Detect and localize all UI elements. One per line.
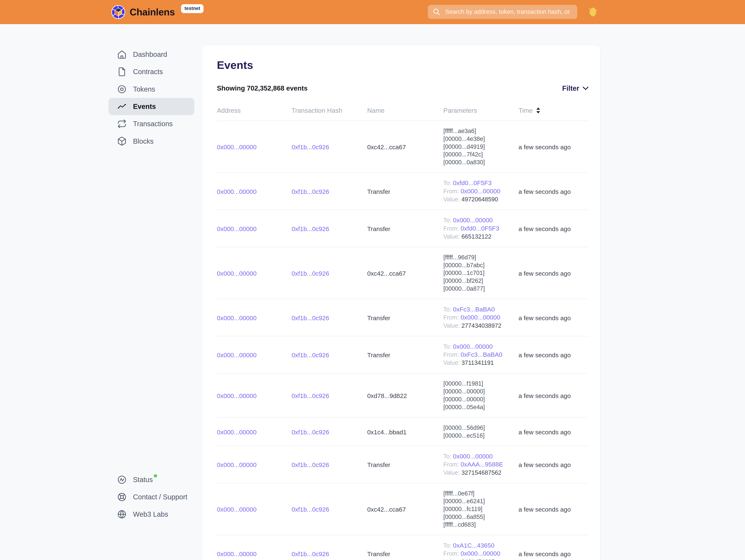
address-link[interactable]: 0x000...00000 [217,225,257,232]
transfer-details: To: 0xA1C...43650 From: 0x000...00000 Va… [443,541,518,560]
sidebar-item-status[interactable]: Status [108,471,194,488]
transfer-from-link[interactable]: 0x000...00000 [460,188,500,195]
to-label: To: [443,180,451,186]
event-name: 0xc42...cca67 [367,270,406,277]
tx-hash-link[interactable]: 0xf1b...0c926 [292,393,329,399]
address-link[interactable]: 0x000...00000 [217,188,257,195]
transfer-details: To: 0x000...00000 From: 0xAAA...9588E Va… [443,452,518,477]
address-link[interactable]: 0x000...00000 [217,461,257,468]
events-count-summary: Showing 702,352,868 events [217,85,307,92]
sidebar-item-dashboard[interactable]: Dashboard [108,46,194,63]
tx-hash-link[interactable]: 0xf1b...0c926 [292,429,329,436]
search-input[interactable] [444,8,573,16]
sidebar-item-tokens[interactable]: Tokens [108,81,194,98]
theme-toggle-button[interactable] [587,6,599,18]
parameter-line: [00000...56d96] [443,424,518,432]
transfer-to-link[interactable]: 0x000...00000 [453,217,493,224]
sidebar-item-blocks[interactable]: Blocks [108,132,194,150]
transfer-to-link[interactable]: 0xA1C...43650 [453,542,494,549]
transfer-value: 277434038972 [461,322,501,329]
event-name: Transfer [367,461,390,468]
table-header-row: Address Transaction Hash Name Parameters… [217,107,588,121]
event-name: Transfer [367,551,390,558]
chainlens-logo-icon [111,5,125,19]
from-label: From: [443,461,459,468]
sidebar-item-events[interactable]: Events [108,98,194,115]
chainlens-explorer-app: Chainlens testnet DashboardContr [0,0,745,560]
value-label: Value: [443,233,460,240]
transfer-from-link[interactable]: 0xfd0...0F5F3 [460,225,499,232]
parameter-line: [00000...0a877] [443,285,518,292]
sidebar-footer: StatusContact / SupportWeb3 Labs [108,471,194,523]
transfer-from-link[interactable]: 0xAAA...9588E [460,461,503,468]
repeat-icon [117,119,127,129]
transfer-from-link[interactable]: 0xFc3...BaBA0 [460,351,502,358]
tx-hash-link[interactable]: 0xf1b...0c926 [292,315,329,321]
to-label: To: [443,306,451,313]
global-search [428,5,577,19]
transfer-details: To: 0xfd0...0F5F3 From: 0x000...00000 Va… [443,179,518,203]
table-row: 0x000...000000xf1b...0c9260xd78...9d822[… [217,374,588,417]
address-link[interactable]: 0x000...00000 [217,315,257,321]
address-link[interactable]: 0x000...00000 [217,270,257,277]
sidebar-item-transactions[interactable]: Transactions [108,115,194,132]
transfer-from-link[interactable]: 0x000...00000 [460,550,500,557]
filter-button[interactable]: Filter [562,85,588,92]
cube-icon [117,136,127,146]
address-link[interactable]: 0x000...00000 [217,506,257,513]
brand[interactable]: Chainlens testnet [111,0,203,24]
top-header-bar: Chainlens testnet [0,0,745,24]
transfer-value: 49720648590 [461,196,498,203]
transfer-to-link[interactable]: 0x000...00000 [453,453,493,460]
event-parameters: [fffff...0e67f][00000...e6241][00000...f… [443,490,518,529]
home-icon [117,50,127,59]
transfer-from-link[interactable]: 0x000...00000 [460,314,500,321]
column-header-time[interactable]: Time [519,107,588,114]
events-panel: Events Showing 702,352,868 events Filter… [202,45,600,560]
sidebar-item-contracts[interactable]: Contracts [108,63,194,81]
event-parameters: [fffff...96d79][00000...b7abc][00000...1… [443,253,518,292]
table-row: 0x000...000000xf1b...0c9260x1c4...bbad1[… [217,417,588,446]
tx-hash-link[interactable]: 0xf1b...0c926 [292,461,329,468]
event-name: 0xc42...cca67 [367,144,406,151]
sidebar-item-contact-support[interactable]: Contact / Support [108,488,194,506]
to-label: To: [443,542,451,549]
to-label: To: [443,453,451,460]
tx-hash-link[interactable]: 0xf1b...0c926 [292,551,329,558]
tx-hash-link[interactable]: 0xf1b...0c926 [292,352,329,359]
parameter-line: [fffff...96d79] [443,253,518,261]
parameter-line: [00000...ec516] [443,432,518,440]
address-link[interactable]: 0x000...00000 [217,429,257,436]
event-name: Transfer [367,188,390,195]
event-time: a few seconds ago [519,225,571,232]
transfer-value: 3401474625 [461,558,495,560]
address-link[interactable]: 0x000...00000 [217,352,257,359]
sidebar-item-label: Contracts [133,68,163,76]
transfer-to-link[interactable]: 0x000...00000 [453,343,493,350]
lifebuoy-icon [117,492,127,502]
event-time: a few seconds ago [519,506,571,513]
table-row: 0x000...000000xf1b...0c9260xc42...cca67[… [217,121,588,173]
column-header-transaction-hash: Transaction Hash [292,107,367,114]
event-name: Transfer [367,315,390,321]
chevron-down-icon [583,86,588,90]
table-row: 0x000...000000xf1b...0c926Transfer To: 0… [217,336,588,374]
tx-hash-link[interactable]: 0xf1b...0c926 [292,144,329,151]
table-row: 0x000...000000xf1b...0c926Transfer To: 0… [217,299,588,336]
parameter-line: [fffff...ae3a6] [443,127,518,135]
transfer-to-link[interactable]: 0xfd0...0F5F3 [453,180,492,186]
address-link[interactable]: 0x000...00000 [217,393,257,399]
tx-hash-link[interactable]: 0xf1b...0c926 [292,225,329,232]
from-label: From: [443,351,459,358]
address-link[interactable]: 0x000...00000 [217,551,257,558]
tx-hash-link[interactable]: 0xf1b...0c926 [292,270,329,277]
tx-hash-link[interactable]: 0xf1b...0c926 [292,506,329,513]
sidebar-item-web3-labs[interactable]: Web3 Labs [108,506,194,523]
tx-hash-link[interactable]: 0xf1b...0c926 [292,188,329,195]
event-time: a few seconds ago [519,315,571,321]
filter-label: Filter [562,85,579,92]
address-link[interactable]: 0x000...00000 [217,144,257,151]
transfer-value: 665132122 [461,233,491,240]
transfer-to-link[interactable]: 0xFc3...BaBA0 [453,306,495,313]
event-time: a few seconds ago [519,429,571,436]
